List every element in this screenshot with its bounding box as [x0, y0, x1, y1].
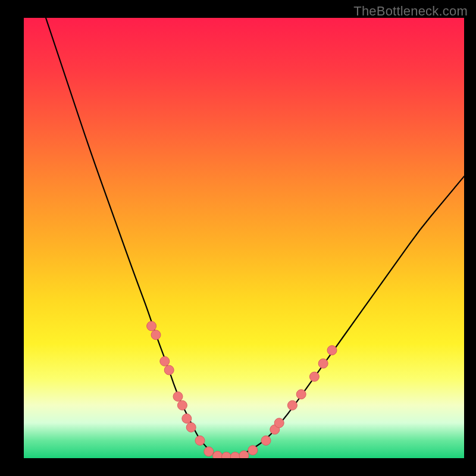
highlight-dot: [221, 452, 231, 458]
highlight-dot: [173, 392, 183, 401]
highlight-dot: [261, 436, 271, 445]
highlight-dot: [327, 346, 337, 355]
highlight-dot: [177, 400, 187, 410]
highlight-dot: [186, 422, 196, 432]
highlight-dot: [309, 372, 319, 381]
highlight-dot: [213, 451, 223, 458]
chart-frame: TheBottleneck.com: [0, 0, 476, 476]
highlight-dot: [147, 321, 156, 331]
highlight-dot: [248, 446, 258, 455]
chart-svg: [24, 18, 464, 458]
highlight-dot: [287, 400, 297, 410]
highlight-dot: [274, 418, 284, 428]
bottleneck-curve-path: [46, 18, 464, 458]
highlight-dot: [296, 390, 306, 399]
highlight-dot: [164, 365, 174, 375]
highlight-dot: [204, 447, 214, 456]
highlight-dot: [182, 414, 192, 423]
plot-area: [24, 18, 464, 458]
highlight-dot: [160, 356, 170, 366]
watermark-text: TheBottleneck.com: [353, 4, 468, 19]
highlight-dot: [230, 452, 240, 458]
highlight-dot: [151, 330, 161, 340]
highlight-dot: [239, 451, 249, 458]
highlight-dot: [318, 359, 328, 368]
highlight-dot: [195, 436, 205, 445]
